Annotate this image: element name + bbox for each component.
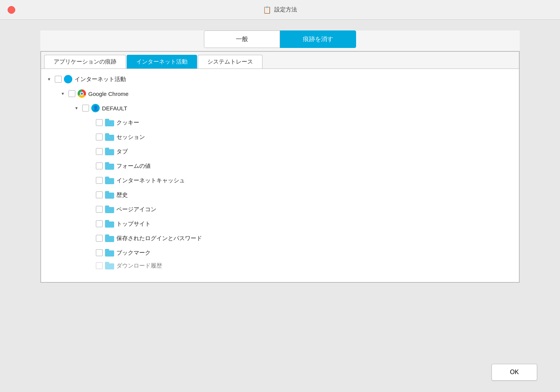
folder-icon [105, 162, 114, 170]
folder-icon [105, 249, 114, 257]
folder-icon [105, 119, 114, 126]
checkbox-cookies[interactable] [96, 119, 103, 126]
label-top-sites: トップサイト [116, 220, 151, 228]
ok-button[interactable]: OK [492, 364, 537, 381]
checkbox-history[interactable] [96, 191, 103, 198]
checkbox-page-icons[interactable] [96, 206, 103, 213]
label-page-icons: ページアイコン [116, 206, 156, 213]
label-cookies: クッキー [116, 119, 139, 126]
title-icon: 📋 [263, 6, 271, 14]
tree-item-history[interactable]: ▾ 歴史 [44, 188, 516, 202]
subtab-internet-activity[interactable]: インターネット活動 [127, 55, 197, 69]
title-text: 設定方法 [274, 6, 297, 13]
checkbox-saved-logins[interactable] [96, 235, 103, 242]
folder-icon [105, 148, 114, 155]
tree-area[interactable]: ▾ 🌐 インターネット活動 ▾ Google Chrome ▾ 👤 DEFAUL… [41, 69, 519, 282]
checkbox-top-sites[interactable] [96, 220, 103, 227]
chrome-icon [78, 89, 86, 98]
label-bookmarks: ブックマーク [116, 249, 151, 257]
subtab-app-traces[interactable]: アプリケーションの痕跡 [44, 55, 126, 69]
tree-item-internet-activity-root[interactable]: ▾ 🌐 インターネット活動 [44, 72, 516, 86]
main-panel: アプリケーションの痕跡 インターネット活動 システムトレース ▾ 🌐 インターネ… [40, 51, 520, 283]
tree-item-tabs[interactable]: ▾ タブ [44, 144, 516, 159]
label-default: DEFAULT [102, 105, 127, 112]
tree-item-sessions[interactable]: ▾ セッション [44, 130, 516, 144]
title-bar: 📋 設定方法 [0, 0, 560, 20]
label-tabs: タブ [116, 148, 128, 155]
tree-item-cookies[interactable]: ▾ クッキー [44, 115, 516, 130]
tree-item-form-values[interactable]: ▾ フォームの値 [44, 159, 516, 173]
chevron-icon: ▾ [46, 76, 52, 82]
label-downloads: ダウンロード履歴 [116, 262, 162, 269]
folder-icon [105, 262, 114, 269]
checkbox-form-values[interactable] [96, 163, 103, 169]
ok-button-container: OK [492, 364, 537, 381]
label-history: 歴史 [116, 191, 128, 199]
tree-item-page-icons[interactable]: ▾ ページアイコン [44, 202, 516, 217]
folder-icon [105, 206, 114, 213]
tree-item-downloads[interactable]: ▾ ダウンロード履歴 [44, 260, 516, 271]
label-form-values: フォームの値 [116, 163, 151, 170]
checkbox-bookmarks[interactable] [96, 249, 103, 256]
checkbox-default[interactable] [82, 105, 89, 112]
tree-item-google-chrome[interactable]: ▾ Google Chrome [44, 86, 516, 101]
checkbox-google-chrome[interactable] [68, 90, 75, 97]
folder-icon [105, 234, 114, 242]
folder-icon [105, 191, 114, 199]
folder-icon [105, 177, 114, 184]
subtab-system-traces[interactable]: システムトレース [198, 55, 262, 69]
chrome-inner [80, 92, 84, 96]
tree-item-internet-cache[interactable]: ▾ インターネットキャッシュ [44, 173, 516, 188]
folder-icon [105, 220, 114, 228]
tab-general[interactable]: 一般 [204, 30, 280, 48]
checkbox-internet-cache[interactable] [96, 177, 103, 184]
tree-item-default[interactable]: ▾ 👤 DEFAULT [44, 101, 516, 115]
label-internet-activity-root: インターネット活動 [75, 76, 126, 83]
label-saved-logins: 保存されたログインとパスワード [116, 235, 202, 242]
checkbox-tabs[interactable] [96, 148, 103, 155]
dialog: 一般 痕跡を消す アプリケーションの痕跡 インターネット活動 システムトレース … [40, 30, 520, 283]
tree-item-top-sites[interactable]: ▾ トップサイト [44, 217, 516, 231]
checkbox-downloads[interactable] [96, 262, 103, 269]
globe-icon: 🌐 [64, 75, 72, 83]
checkbox-internet-activity-root[interactable] [55, 76, 62, 83]
sub-tabs: アプリケーションの痕跡 インターネット活動 システムトレース [41, 52, 519, 69]
chevron-icon: ▾ [73, 105, 80, 111]
tree-item-saved-logins[interactable]: ▾ 保存されたログインとパスワード [44, 231, 516, 245]
close-button[interactable] [8, 6, 15, 14]
window-title: 📋 設定方法 [263, 6, 297, 14]
top-tabs: 一般 痕跡を消す [40, 30, 520, 48]
label-sessions: セッション [116, 134, 145, 141]
tab-clear-traces[interactable]: 痕跡を消す [280, 30, 356, 48]
folder-icon [105, 133, 114, 141]
tree-item-bookmarks[interactable]: ▾ ブックマーク [44, 245, 516, 260]
label-google-chrome: Google Chrome [88, 91, 129, 97]
checkbox-sessions[interactable] [96, 134, 103, 140]
chevron-icon: ▾ [59, 91, 66, 96]
label-internet-cache: インターネットキャッシュ [116, 177, 185, 184]
user-icon: 👤 [91, 104, 100, 112]
